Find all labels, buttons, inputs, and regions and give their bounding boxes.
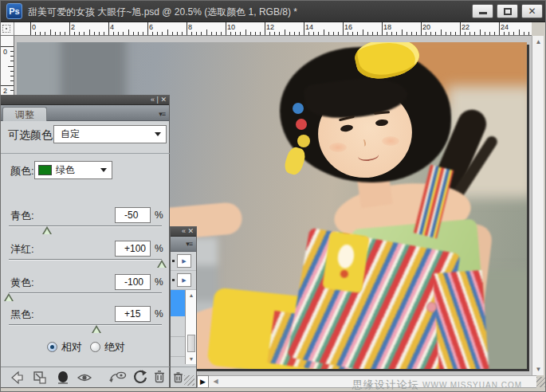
ruler-origin-corner[interactable] <box>1 22 14 36</box>
panel-resize-grip[interactable] <box>184 375 194 386</box>
vertical-scrollbar[interactable]: ▲ ▼ <box>532 36 544 375</box>
delete-adjustment-icon[interactable] <box>154 370 165 383</box>
photoshop-app-icon: Ps <box>6 3 22 19</box>
panel-row[interactable]: ▶ <box>171 252 196 271</box>
slider-value-field[interactable]: -100 <box>115 274 151 290</box>
collapse-panel-icon[interactable]: « <box>151 96 155 104</box>
ruler-origin-dot <box>6 28 7 29</box>
horizontal-ruler[interactable]: 024681012141618202224 <box>14 22 532 36</box>
slider-value-field[interactable]: +15 <box>115 306 151 322</box>
slider-yellow: 黄色: -100 % <box>1 274 170 306</box>
restore-icon <box>504 8 512 15</box>
back-arrow-icon[interactable] <box>10 370 25 385</box>
percent-sign: % <box>155 276 163 288</box>
title-bar[interactable]: Ps 甜美可爱的女孩 大眼仔~旭.psd @ 20.5% (选取颜色 1, RG… <box>1 1 546 22</box>
background-panel-titlebar[interactable]: « ✕ <box>171 227 196 237</box>
percent-sign: % <box>155 243 163 254</box>
adjustment-type-label: 可选颜色 <box>8 128 53 143</box>
slider-track[interactable] <box>9 225 162 227</box>
slider-thumb[interactable] <box>92 325 101 333</box>
watermark: 思缘设计论坛 www.missyuan.com <box>352 377 522 392</box>
scroll-down-icon[interactable]: ▼ <box>532 364 544 374</box>
minimize-button[interactable] <box>472 4 493 18</box>
radio-icon <box>47 342 57 352</box>
girl-dress-button <box>426 302 437 312</box>
slider-value-field[interactable]: +100 <box>115 241 151 257</box>
row-bullet <box>172 260 175 262</box>
window-controls: ✕ <box>472 4 543 18</box>
close-icon: ✕ <box>528 6 536 17</box>
slider-track[interactable] <box>9 259 162 261</box>
hair-clip-blue <box>293 103 304 114</box>
slider-label: 黑色: <box>10 308 34 322</box>
minimize-icon <box>479 12 487 14</box>
tab-adjustments[interactable]: 调整 <box>2 107 47 121</box>
scroll-up-icon[interactable]: ▲ <box>532 37 544 47</box>
view-previous-state-icon[interactable] <box>109 370 127 383</box>
girl-yellow-patch <box>322 231 370 293</box>
chevron-down-icon <box>155 132 161 136</box>
scroll-down-icon[interactable]: ▼ <box>186 355 197 363</box>
girl-blush-left <box>329 143 347 152</box>
percent-sign: % <box>155 308 163 319</box>
reset-icon[interactable] <box>133 370 147 384</box>
panel-menu-icon[interactable]: ▾≡ <box>186 240 192 248</box>
scroll-up-icon[interactable]: ▲ <box>186 291 197 300</box>
panel-row[interactable]: ▶ <box>171 271 196 290</box>
row-divider <box>171 356 185 357</box>
slider-thumb[interactable] <box>42 226 52 234</box>
background-panel: « ✕ ▾≡ ▶ ▶ ▲ ▼ <box>170 226 197 388</box>
close-button[interactable]: ✕ <box>521 4 543 18</box>
scroll-left-icon[interactable]: ◀ <box>210 376 221 387</box>
clip-to-layer-icon[interactable] <box>57 370 69 385</box>
girl-blush-right <box>382 136 399 146</box>
color-dropdown[interactable]: 绿色 <box>34 161 112 179</box>
visibility-eye-icon[interactable] <box>77 372 92 383</box>
expand-panel-icon[interactable] <box>33 370 47 385</box>
close-panel-icon[interactable]: ✕ <box>160 96 167 104</box>
girl-striped-dress-side <box>433 270 489 369</box>
slider-magenta: 洋红: +100 % <box>1 241 170 272</box>
background-panel-tabbar[interactable]: ▾≡ <box>171 237 196 252</box>
window-resize-grip[interactable] <box>536 377 546 387</box>
panel-corner-arrow-icon[interactable]: ▶ <box>197 375 209 388</box>
slider-track[interactable] <box>9 324 162 326</box>
row-play-button[interactable]: ▶ <box>177 273 191 287</box>
patch-cartoon-dot <box>340 269 348 278</box>
collapse-panel-icon[interactable]: « <box>182 227 186 235</box>
color-value: 绿色 <box>56 164 75 175</box>
slider-value-field[interactable]: -50 <box>115 207 151 223</box>
method-radio-group: 相对 绝对 <box>1 341 170 357</box>
preset-value: 自定 <box>61 128 80 139</box>
adjustments-panel: « | ✕ 调整 ▾≡ 可选颜色 自定 颜色: 绿色 青色: -50 % <box>1 95 170 388</box>
panel-menu-icon[interactable]: ▾≡ <box>159 110 165 118</box>
watermark-forum: 思缘设计论坛 <box>352 378 419 390</box>
selected-row[interactable] <box>171 290 185 316</box>
radio-absolute[interactable]: 绝对 <box>90 341 125 354</box>
restore-button[interactable] <box>497 4 518 18</box>
hair-clip-red <box>296 119 307 130</box>
panel-rows[interactable] <box>171 316 185 364</box>
photoshop-document-window: Ps 甜美可爱的女孩 大眼仔~旭.psd @ 20.5% (选取颜色 1, RG… <box>0 0 546 392</box>
slider-thumb[interactable] <box>4 293 14 301</box>
scrollbar-thumb[interactable] <box>187 335 195 352</box>
preset-dropdown[interactable]: 自定 <box>53 125 167 143</box>
adjustments-panel-footer <box>1 367 170 389</box>
radio-icon <box>90 342 100 352</box>
delete-icon[interactable] <box>173 371 183 383</box>
panel-scrollbar[interactable]: ▲ ▼ <box>185 290 196 364</box>
watermark-site: www.missyuan.com <box>422 381 522 390</box>
slider-thumb[interactable] <box>157 260 167 268</box>
slider-label: 青色: <box>10 209 34 223</box>
percent-sign: % <box>155 210 163 221</box>
slider-label: 黄色: <box>10 276 34 290</box>
slider-track[interactable] <box>9 292 162 294</box>
horizontal-scrollbar[interactable]: ◀ 思缘设计论坛 www.missyuan.com <box>209 375 536 388</box>
divider <box>1 153 170 154</box>
row-play-button[interactable]: ▶ <box>177 254 191 268</box>
selective-color-controls: 可选颜色 自定 颜色: 绿色 青色: -50 % 洋红: +100 % <box>1 121 169 381</box>
close-panel-icon[interactable]: ✕ <box>187 227 194 235</box>
adjustments-panel-titlebar[interactable]: « | ✕ <box>1 96 169 105</box>
color-label: 颜色: <box>10 164 34 178</box>
radio-relative[interactable]: 相对 <box>47 341 82 354</box>
